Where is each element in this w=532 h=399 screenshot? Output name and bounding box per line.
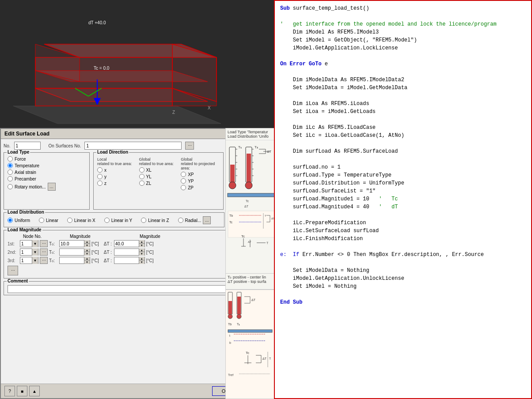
radial-browse-btn[interactable]: … <box>203 216 211 224</box>
dist-linear-x[interactable]: Linear in X <box>67 216 95 224</box>
dir-z[interactable]: z <box>97 181 132 186</box>
code-line: surfLoad.Type = TemperatureType <box>280 171 526 179</box>
load-magnitude-title: Load Magnitude <box>7 227 42 232</box>
comment-input[interactable] <box>8 285 244 293</box>
magnitude-col-header: Magnitude <box>65 234 134 239</box>
row2-dt-input[interactable]: ▲ ▼ <box>114 248 145 256</box>
row1-node-browse[interactable]: ⋯ <box>40 240 48 247</box>
row2-tc-up[interactable]: ▲ <box>84 248 90 252</box>
dir-y[interactable]: y <box>97 174 132 179</box>
svg-text:Tc: Tc <box>241 234 245 238</box>
global-true-label: Globalrelated to true area: <box>139 157 174 166</box>
row2-tc-input[interactable]: ▲ ▼ <box>59 248 90 256</box>
svg-text:Tc: Tc <box>246 351 249 355</box>
code-line: Set iLoa = iModel.GetLoads <box>280 108 526 116</box>
row2-node-dropdown[interactable]: 1 ▼ <box>20 248 38 256</box>
svg-text:X: X <box>208 105 211 110</box>
code-line: iLc.FinishModification <box>280 235 526 243</box>
on-surfaces-browse-btn[interactable]: ⋯ <box>185 142 194 150</box>
code-line: Sub surface_temp_load_test() <box>280 4 526 12</box>
row3-tc-input[interactable]: ▲ ▼ <box>59 257 90 264</box>
row2-tc-dn[interactable]: ▼ <box>84 252 90 256</box>
viewport-3d: LC1 Loads [°C] <box>0 0 274 128</box>
svg-text:ΔT: ΔT <box>262 357 267 360</box>
load-direction-title: Load Direction <box>96 150 129 154</box>
code-line <box>280 290 526 298</box>
row3-label: 3rd: <box>8 258 19 263</box>
bottom-diagram: Tb T₁ ΔT t b Tc ΔT T Tref <box>225 290 278 399</box>
dist-linear[interactable]: Linear <box>39 216 58 224</box>
row1-dt-dn[interactable]: ▼ <box>139 244 144 247</box>
row1-node-arrow[interactable]: ▼ <box>32 240 38 247</box>
no-input[interactable] <box>14 142 41 150</box>
code-line: Set iModel = GetObject(, "RFEM5.Model") <box>280 36 526 44</box>
magnitude-extra-btn[interactable]: ⋯ <box>8 266 18 275</box>
row3-node-dropdown[interactable]: 1 ▼ <box>20 257 38 264</box>
svg-text:Tb: Tb <box>229 214 233 217</box>
on-surfaces-label: On Surfaces No. <box>49 143 81 148</box>
row1-tc-input[interactable]: ▲ ▼ <box>59 240 90 247</box>
3d-scene-svg: dT +40.0 Tc = 0.0 Z X <box>0 0 274 128</box>
row1-label: 1st: <box>8 241 19 246</box>
load-type-force[interactable]: Force <box>8 156 86 162</box>
code-line: Set iLc = iLoa.GetLoadCase(1, AtNo) <box>280 132 526 139</box>
load-distribution-title: Load Distribution <box>7 210 45 215</box>
help-btn[interactable]: ? <box>4 386 15 396</box>
row3-dt-input[interactable]: ▲ ▼ <box>114 257 145 264</box>
code-line: ' get interface from the opened model an… <box>280 20 526 28</box>
row2-node-arrow[interactable]: ▼ <box>32 248 38 256</box>
code-line: surfLoad.Distribution = UniformType <box>280 179 526 187</box>
load-type-rotary[interactable]: Rotary motion... <box>8 184 46 189</box>
code-line: Dim surfLoad As RFEM5.SurfaceLoad <box>280 147 526 155</box>
dist-linear-z[interactable]: Linear in Z <box>141 216 169 224</box>
row2-dt-unit: [°C] <box>146 250 154 255</box>
code-line: iLc.PrepareModification <box>280 219 526 227</box>
row1-dt-unit: [°C] <box>146 241 154 246</box>
dir-yl[interactable]: YL <box>139 174 174 179</box>
row1-node-dropdown[interactable]: 1 ▼ <box>20 240 38 247</box>
code-editor: Sub surface_temp_load_test() ' get inter… <box>274 0 532 399</box>
svg-rect-43 <box>228 193 276 197</box>
row2-dt-up[interactable]: ▲ <box>139 248 144 252</box>
row3-node-arrow[interactable]: ▼ <box>32 257 38 264</box>
code-line: On Error GoTo e <box>280 60 526 68</box>
dir-zp[interactable]: ZP <box>181 185 215 190</box>
row1-dt-up[interactable]: ▲ <box>139 240 144 244</box>
dir-x[interactable]: x <box>97 167 132 173</box>
rotary-browse-btn[interactable]: … <box>48 183 56 191</box>
code-line: End Sub <box>280 298 526 306</box>
row3-node-browse[interactable]: ⋯ <box>40 257 48 264</box>
row2-node-browse[interactable]: ⋯ <box>40 248 48 256</box>
local-related-label: Localrelated to true area: <box>97 157 132 166</box>
svg-text:Tc = 0.0: Tc = 0.0 <box>94 66 110 71</box>
dist-linear-y[interactable]: Linear in Y <box>104 216 133 224</box>
row3-tc-dn[interactable]: ▼ <box>84 260 90 264</box>
row3-tc-label: T₀: <box>49 258 58 263</box>
dir-xl[interactable]: XL <box>139 167 174 173</box>
dir-zl[interactable]: ZL <box>139 181 174 186</box>
svg-rect-68 <box>237 297 241 314</box>
load-type-precamber[interactable]: Precamber <box>8 176 86 181</box>
svg-rect-65 <box>228 301 232 314</box>
row1-tc-up[interactable]: ▲ <box>84 240 90 244</box>
dir-yp[interactable]: YP <box>181 178 215 184</box>
row1-tc-dn[interactable]: ▼ <box>84 244 90 247</box>
svg-text:ΔT: ΔT <box>267 150 271 154</box>
load-type-axial[interactable]: Axial strain <box>8 169 86 175</box>
row3-dt-dn[interactable]: ▼ <box>139 260 144 264</box>
svg-text:T₁: T₁ <box>238 145 242 149</box>
on-surfaces-input[interactable] <box>84 142 182 150</box>
load-type-temperature[interactable]: Temperature <box>8 163 86 168</box>
diagram-btn[interactable]: ■ <box>17 386 27 396</box>
dist-radial[interactable]: Radial... <box>178 218 201 223</box>
row2-dt-label: ΔT : <box>104 250 113 255</box>
view-btn[interactable]: ▲ <box>29 386 40 396</box>
row3-dt-up[interactable]: ▲ <box>139 257 144 260</box>
dist-uniform[interactable]: Uniform <box>8 216 30 224</box>
svg-point-22 <box>229 182 236 189</box>
row2-dt-dn[interactable]: ▼ <box>139 252 144 256</box>
dir-xp[interactable]: XP <box>181 172 215 177</box>
svg-text:ΔT: ΔT <box>248 241 251 243</box>
row3-tc-up[interactable]: ▲ <box>84 257 90 260</box>
row1-dt-input[interactable]: ▲ ▼ <box>114 240 145 247</box>
